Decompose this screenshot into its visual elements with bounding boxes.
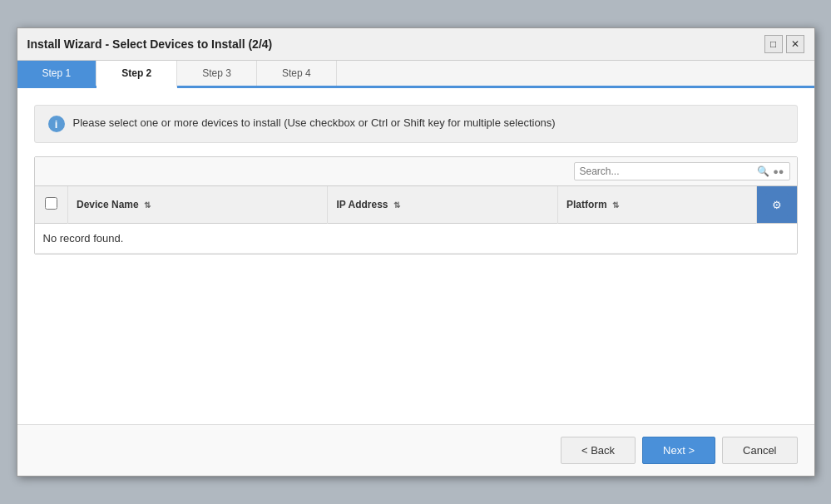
search-icon: 🔍 [757,166,769,177]
device-table: Device Name ⇅ IP Address ⇅ Platform ⇅ [35,186,797,254]
wizard-tab-2[interactable]: Step 2 [96,61,177,88]
device-table-container: 🔍 ●● Device Name ⇅ [34,156,798,254]
wizard-tabs: Step 1 Step 2 Step 3 Step 4 [17,61,814,88]
title-bar: Install Wizard - Select Devices to Insta… [17,28,814,61]
dialog-footer: < Back Next > Cancel [17,424,814,476]
col-platform-sort-icon: ⇅ [612,200,619,210]
col-ip-address-sort-icon: ⇅ [393,200,400,210]
col-device-name-label: Device Name [77,199,139,210]
no-record-message: No record found. [43,232,124,245]
search-reset-icon[interactable]: ●● [773,166,784,176]
wizard-tab-3: Step 3 [177,61,257,86]
back-button[interactable]: < Back [561,437,636,464]
gear-icon: ⚙ [772,199,782,211]
col-ip-address[interactable]: IP Address ⇅ [328,186,557,224]
wizard-tab-1[interactable]: Step 1 [17,61,97,86]
col-ip-address-label: IP Address [336,199,388,210]
close-button[interactable]: ✕ [786,35,804,53]
col-settings: ⚙ [756,186,797,224]
empty-row: No record found. [35,224,797,254]
search-input[interactable] [580,166,754,177]
info-banner: i Please select one or more devices to i… [34,105,798,143]
table-toolbar: 🔍 ●● [35,157,797,186]
next-button[interactable]: Next > [642,437,715,464]
col-device-name-sort-icon: ⇅ [144,200,151,210]
table-header-row: Device Name ⇅ IP Address ⇅ Platform ⇅ [35,186,797,224]
dialog-content: i Please select one or more devices to i… [17,88,814,424]
col-platform-label: Platform [566,199,607,210]
title-bar-left: Install Wizard - Select Devices to Insta… [27,37,273,51]
select-all-col [35,186,68,224]
info-message: Please select one or more devices to ins… [73,116,556,131]
dialog-title: Install Wizard - Select Devices to Insta… [27,37,273,51]
search-box: 🔍 ●● [574,162,790,180]
column-settings-button[interactable]: ⚙ [765,193,789,216]
wizard-tab-4: Step 4 [257,61,337,86]
select-all-checkbox[interactable] [45,197,57,210]
cancel-button[interactable]: Cancel [722,437,797,464]
title-bar-buttons: □ ✕ [764,35,804,53]
install-wizard-dialog: Install Wizard - Select Devices to Insta… [17,27,815,477]
info-icon: i [48,116,65,132]
col-platform[interactable]: Platform ⇅ [557,186,756,224]
col-device-name[interactable]: Device Name ⇅ [68,186,328,224]
minimize-button[interactable]: □ [764,35,783,53]
